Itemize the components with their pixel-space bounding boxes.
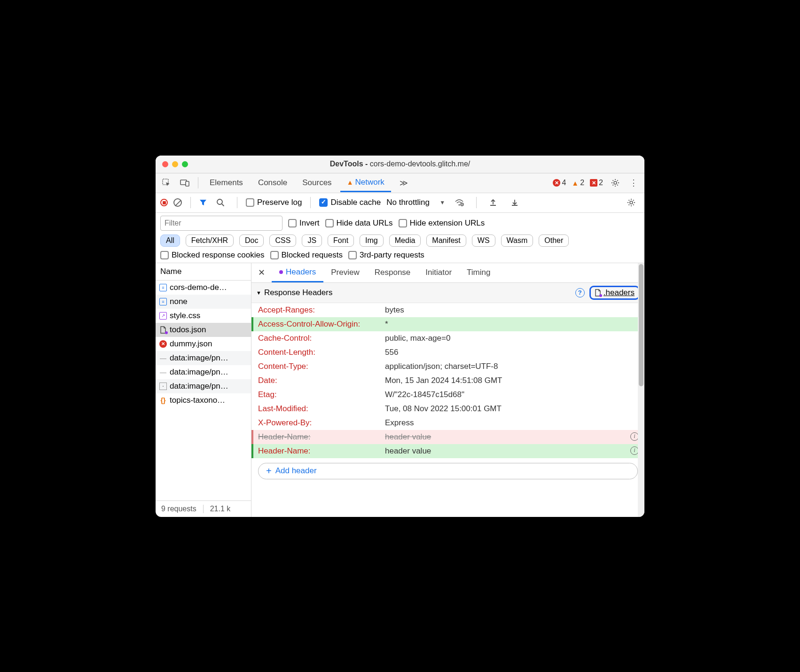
add-header-button[interactable]: +Add header	[258, 463, 638, 479]
header-name: Header-Name:	[258, 432, 385, 442]
inspect-icon[interactable]	[158, 176, 174, 190]
tab-elements[interactable]: Elements	[203, 174, 250, 191]
tab-timing[interactable]: Timing	[459, 264, 498, 281]
request-row-selected[interactable]: todos.json	[156, 323, 251, 337]
title-prefix: DevTools -	[330, 160, 370, 168]
record-button[interactable]	[160, 199, 168, 206]
add-header-label: Add header	[275, 466, 317, 476]
request-row[interactable]: ✕dummy.json	[156, 337, 251, 351]
warning-icon: ▲	[347, 179, 353, 186]
main-tabbar: Elements Console Sources ▲Network ≫ ✕4 ▲…	[156, 173, 644, 193]
issue-icon: ✕	[590, 179, 597, 187]
request-name: todos.json	[170, 325, 206, 335]
headers-override-link[interactable]: .headers	[589, 286, 640, 300]
search-icon[interactable]	[212, 195, 228, 210]
checkbox-icon	[288, 219, 297, 227]
header-value: public, max-age=0	[385, 334, 644, 343]
errors-badge[interactable]: ✕4	[553, 179, 566, 187]
filter-icon[interactable]	[199, 199, 207, 206]
type-pill-all[interactable]: All	[160, 234, 180, 247]
header-value: 556	[385, 348, 644, 357]
tab-response[interactable]: Response	[367, 264, 418, 281]
hide-extension-urls-checkbox[interactable]: Hide extension URLs	[399, 219, 485, 228]
blocked-cookies-label: Blocked response cookies	[172, 250, 265, 260]
request-row[interactable]: —data:image/pn…	[156, 365, 251, 379]
header-value: Express	[385, 418, 644, 428]
image-icon: ▫	[159, 383, 167, 390]
type-pill-doc[interactable]: Doc	[239, 234, 264, 247]
filter-input[interactable]	[160, 216, 282, 231]
blocked-cookies-checkbox[interactable]: Blocked response cookies	[160, 250, 265, 260]
request-row[interactable]: ≡none	[156, 295, 251, 309]
type-pill-manifest[interactable]: Manifest	[426, 234, 466, 247]
request-row[interactable]: {}topics-taxono…	[156, 393, 251, 407]
panel-settings-icon[interactable]	[623, 195, 640, 210]
tab-network[interactable]: ▲Network	[340, 174, 391, 192]
request-count: 9 requests	[161, 505, 196, 513]
issues-badge[interactable]: ✕2	[590, 179, 603, 187]
settings-icon[interactable]	[607, 175, 624, 190]
title-url: cors-demo-devtools.glitch.me/	[370, 160, 470, 168]
request-name: data:image/pn…	[170, 353, 228, 363]
request-name: cors-demo-de…	[170, 283, 227, 292]
third-party-checkbox[interactable]: 3rd-party requests	[348, 250, 424, 260]
upload-icon[interactable]	[485, 195, 501, 210]
tab-more[interactable]: ≫	[393, 174, 415, 192]
header-value[interactable]: header value	[385, 446, 630, 456]
device-icon[interactable]	[176, 176, 193, 189]
separator	[237, 197, 237, 208]
type-pill-css[interactable]: CSS	[269, 234, 296, 247]
throttling-select[interactable]: No throttling ▼	[386, 198, 445, 207]
header-value[interactable]: *	[385, 320, 644, 329]
download-icon[interactable]	[507, 195, 523, 210]
tab-console[interactable]: Console	[251, 174, 294, 191]
kebab-icon[interactable]: ⋮	[626, 175, 642, 191]
warnings-badge[interactable]: ▲2	[572, 179, 584, 187]
name-column-header[interactable]: Name	[156, 263, 251, 281]
hide-data-urls-checkbox[interactable]: Hide data URLs	[325, 219, 393, 228]
type-pill-font[interactable]: Font	[328, 234, 354, 247]
preserve-log-checkbox[interactable]: Preserve log	[246, 198, 302, 207]
disable-cache-checkbox[interactable]: Disable cache	[319, 198, 381, 207]
header-row: Etag:W/"22c-18457c15d68"	[251, 388, 644, 402]
type-pill-other[interactable]: Other	[539, 234, 569, 247]
request-row[interactable]: ↗style.css	[156, 309, 251, 323]
type-pill-ws[interactable]: WS	[472, 234, 495, 247]
filter-bar: Invert Hide data URLs Hide extension URL…	[156, 213, 644, 263]
checkbox-icon	[348, 251, 357, 259]
scrollbar-thumb[interactable]	[639, 264, 643, 386]
tab-initiator[interactable]: Initiator	[418, 264, 459, 281]
tab-headers[interactable]: Headers	[272, 263, 323, 282]
checkbox-icon	[325, 219, 334, 227]
tab-sources[interactable]: Sources	[296, 174, 338, 191]
request-row[interactable]: ≡cors-demo-de…	[156, 281, 251, 295]
header-value: header value	[385, 432, 630, 442]
request-row[interactable]: ▫data:image/pn…	[156, 379, 251, 393]
type-pill-media[interactable]: Media	[389, 234, 421, 247]
tab-network-label: Network	[355, 178, 384, 187]
type-pill-fetch[interactable]: Fetch/XHR	[186, 234, 234, 247]
invert-checkbox[interactable]: Invert	[288, 219, 320, 228]
header-row: Accept-Ranges:bytes	[251, 303, 644, 317]
vertical-scrollbar[interactable]	[638, 263, 644, 517]
type-pill-js[interactable]: JS	[302, 234, 322, 247]
type-pill-wasm[interactable]: Wasm	[501, 234, 533, 247]
disable-cache-label: Disable cache	[330, 198, 381, 207]
network-conditions-icon[interactable]	[451, 196, 468, 209]
clear-button[interactable]	[173, 198, 182, 207]
svg-point-4	[217, 199, 222, 204]
header-row: Content-Length:556	[251, 345, 644, 359]
header-name: X-Powered-By:	[258, 418, 385, 428]
request-row[interactable]: —data:image/pn…	[156, 351, 251, 365]
header-value: W/"22c-18457c15d68"	[385, 390, 644, 399]
header-name: Content-Length:	[258, 348, 385, 357]
response-headers-section[interactable]: ▼ Response Headers ? .headers	[251, 283, 644, 303]
type-pill-img[interactable]: Img	[360, 234, 384, 247]
tab-preview[interactable]: Preview	[323, 264, 367, 281]
header-name[interactable]: Header-Name:	[258, 446, 385, 456]
blocked-requests-checkbox[interactable]: Blocked requests	[270, 250, 343, 260]
issues-count: 2	[599, 179, 603, 187]
tab-headers-label: Headers	[286, 267, 316, 277]
close-details-button[interactable]: ✕	[251, 267, 272, 278]
help-icon[interactable]: ?	[575, 288, 585, 297]
